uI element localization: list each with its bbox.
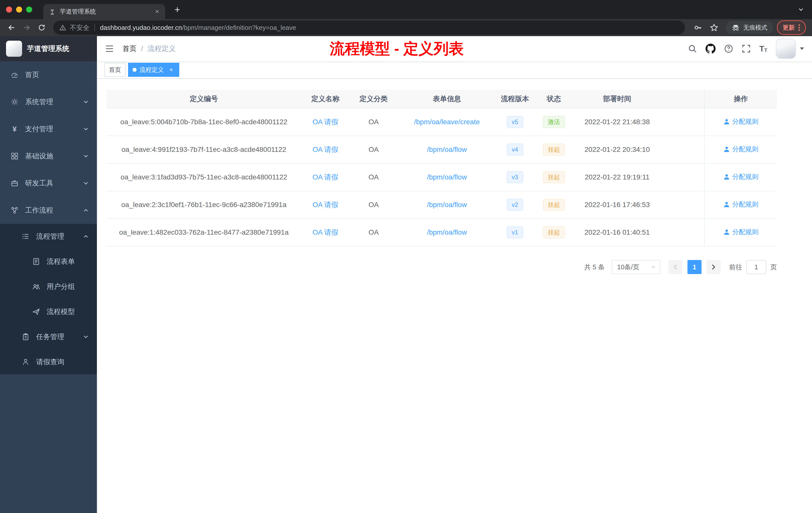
sidebar-item-payment[interactable]: ¥ 支付管理 [0, 116, 97, 143]
sidebar-item-leave-query[interactable]: 请假查询 [0, 350, 97, 374]
app-root: 芋道管理系统 首页 系统管理 ¥ 支付管理 基础设施 [0, 36, 812, 513]
close-window-button[interactable] [6, 6, 12, 12]
definition-name-link[interactable]: OA 请假 [313, 173, 339, 181]
url-path: /bpm/manager/definition?key=oa_leave [182, 24, 296, 32]
next-page-button[interactable] [706, 260, 721, 274]
main-area: 首页 / 流程定义 流程模型 - 定义列表 TT [97, 36, 812, 513]
form-link[interactable]: /bpm/oa/flow [427, 201, 467, 209]
tab-search-chevron-icon[interactable] [798, 6, 804, 12]
hamburger-icon[interactable] [105, 44, 115, 54]
page-jumper-input[interactable] [746, 260, 766, 274]
browser-toolbar: 不安全 dashboard.yudao.iocoder.cn/bpm/manag… [0, 19, 812, 36]
sidebar-item-devtools[interactable]: 研发工具 [0, 170, 97, 197]
password-key-icon[interactable] [692, 21, 704, 34]
url-host: dashboard.yudao.iocoder.cn [100, 24, 182, 32]
avatar[interactable] [776, 39, 796, 59]
col-header-filler [660, 90, 704, 108]
form-link[interactable]: /bpm/oa/leave/create [414, 118, 480, 126]
cell-definition-id: oa_leave:5:004b710b-7b8a-11ec-8ef0-acde4… [107, 108, 301, 136]
assign-rule-link[interactable]: 分配规则 [723, 173, 758, 181]
sidebar-item-system[interactable]: 系统管理 [0, 88, 97, 116]
user-icon [723, 229, 730, 235]
new-tab-button[interactable]: + [171, 3, 183, 16]
assign-rule-link[interactable]: 分配规则 [723, 117, 758, 126]
definition-name-link[interactable]: OA 请假 [313, 146, 339, 153]
assign-rule-label: 分配规则 [732, 200, 758, 209]
font-size-icon[interactable]: TT [759, 45, 767, 53]
user-menu[interactable] [776, 39, 805, 59]
dashboard-icon [10, 71, 19, 79]
browser-tab[interactable]: 芋道管理系统 × [43, 4, 165, 19]
tag-close-icon[interactable]: × [168, 66, 175, 73]
definition-name-link[interactable]: OA 请假 [313, 118, 339, 126]
sidebar-item-user-group[interactable]: 用户分组 [0, 274, 97, 299]
chevron-down-icon [83, 126, 89, 132]
user-group-icon [32, 282, 40, 291]
sidebar-item-infra[interactable]: 基础设施 [0, 143, 97, 170]
cell-filler [660, 163, 704, 191]
browser-menu-update-button[interactable]: 更新 [777, 20, 806, 35]
sidebar-item-process-form[interactable]: 流程表单 [0, 249, 97, 274]
chevron-down-icon [83, 99, 89, 105]
breadcrumb-home-link[interactable]: 首页 [122, 44, 137, 54]
table-header-row: 定义编号 定义名称 定义分类 表单信息 流程版本 状态 部署时间 操作 [107, 90, 777, 108]
col-header-form: 表单信息 [398, 90, 496, 108]
sidebar-item-workflow[interactable]: 工作流程 [0, 197, 97, 224]
definition-name-link[interactable]: OA 请假 [313, 229, 339, 236]
incognito-label: 无痕模式 [743, 24, 767, 32]
page-number-1[interactable]: 1 [688, 260, 701, 274]
user-icon [723, 201, 730, 208]
sidebar-item-label: 首页 [25, 70, 89, 80]
reload-button[interactable] [35, 21, 48, 34]
navbar-actions: TT [688, 39, 805, 59]
bookmark-star-icon[interactable] [707, 21, 721, 34]
assign-rule-link[interactable]: 分配规则 [723, 228, 758, 236]
sidebar-item-process-model[interactable]: 流程模型 [0, 299, 97, 324]
cell-definition-id: oa_leave:2:3c1f0ef1-76b1-11ec-9c66-a2380… [107, 191, 301, 219]
sidebar-item-process-manage[interactable]: 流程管理 [0, 224, 97, 249]
caret-down-icon [800, 47, 805, 51]
definition-name-link[interactable]: OA 请假 [313, 201, 339, 209]
form-link[interactable]: /bpm/oa/flow [427, 146, 467, 153]
assign-rule-link[interactable]: 分配规则 [723, 145, 758, 154]
tag-home[interactable]: 首页 [105, 63, 125, 77]
cell-deploy-time: 2022-01-22 19:19:11 [574, 163, 660, 191]
fullscreen-icon[interactable] [742, 44, 751, 53]
sidebar-item-label: 研发工具 [25, 178, 76, 188]
chevron-down-icon [83, 180, 89, 186]
tab-favicon-icon [49, 8, 56, 15]
sidebar-logo-row[interactable]: 芋道管理系统 [0, 36, 97, 61]
app-navbar: 首页 / 流程定义 流程模型 - 定义列表 TT [97, 36, 812, 61]
back-button[interactable] [5, 21, 18, 34]
table-row: oa_leave:5:004b710b-7b8a-11ec-8ef0-acde4… [107, 108, 777, 136]
version-badge: v5 [507, 116, 523, 128]
maximize-window-button[interactable] [26, 6, 32, 12]
page-size-select[interactable]: 10条/页 [612, 260, 660, 274]
help-icon[interactable] [724, 44, 733, 53]
search-icon[interactable] [688, 44, 697, 53]
tags-view-bar: 首页 流程定义 × [97, 61, 812, 79]
sidebar-item-task-manage[interactable]: 任务管理 [0, 324, 97, 350]
sidebar-item-label: 流程表单 [47, 257, 89, 266]
assign-rule-link[interactable]: 分配规则 [723, 200, 758, 209]
minimize-window-button[interactable] [16, 6, 22, 12]
cell-deploy-time: 2022-01-22 20:34:10 [574, 136, 660, 163]
address-bar[interactable]: 不安全 dashboard.yudao.iocoder.cn/bpm/manag… [53, 21, 685, 35]
forward-button[interactable] [20, 21, 33, 34]
sidebar-item-label: 工作流程 [25, 206, 76, 215]
status-badge: 挂起 [543, 171, 565, 183]
prev-page-button[interactable] [668, 260, 683, 274]
form-link[interactable]: /bpm/oa/flow [427, 229, 467, 236]
cell-category: OA [349, 108, 398, 136]
sidebar-item-home[interactable]: 首页 [0, 61, 97, 88]
tag-process-definition[interactable]: 流程定义 × [128, 63, 179, 77]
tab-close-icon[interactable]: × [153, 7, 161, 16]
form-link[interactable]: /bpm/oa/flow [427, 173, 467, 181]
browser-window: 芋道管理系统 × + 不安全 dashboard.yudao.iocoder.c… [0, 0, 812, 513]
github-icon[interactable] [705, 44, 716, 54]
browser-tabstrip: 芋道管理系统 × + [0, 0, 812, 19]
col-header-deployed: 部署时间 [574, 90, 660, 108]
pagination-total: 共 5 条 [584, 263, 605, 272]
person-icon [22, 358, 30, 366]
tab-title: 芋道管理系统 [60, 7, 149, 16]
